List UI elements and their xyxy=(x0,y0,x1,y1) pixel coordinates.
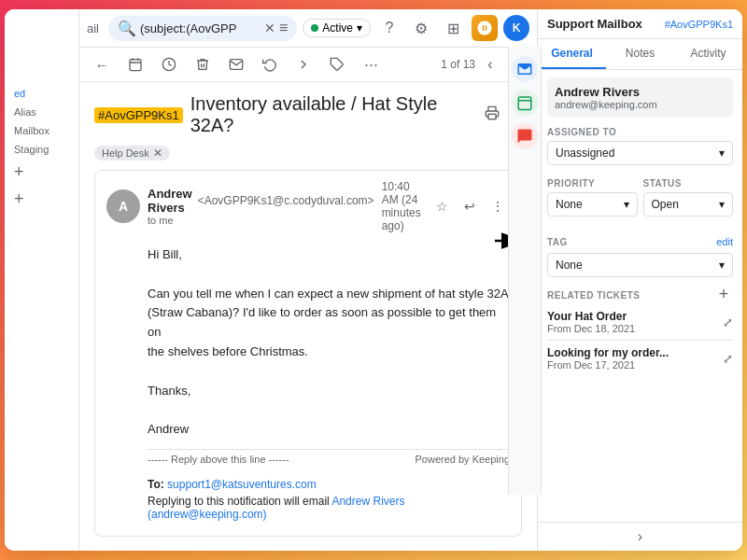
trash-icon[interactable] xyxy=(190,51,216,77)
related-item-1[interactable]: Looking for my order... From Dec 17, 202… xyxy=(547,341,733,376)
priority-section: PRIORITY None ▾ xyxy=(547,173,638,224)
tag-edit-link[interactable]: edit xyxy=(716,236,733,247)
star-button[interactable]: ☆ xyxy=(430,194,454,218)
add-nav-item-2[interactable]: + xyxy=(14,186,78,213)
refresh-icon[interactable] xyxy=(257,51,283,77)
active-label: Active xyxy=(322,21,353,35)
gmail-panel: ail 🔍 (subject:(AovGPP ✕ ≡ Active ▾ ? ⚙ … xyxy=(79,9,537,551)
keeping-logo xyxy=(472,15,498,41)
tag-dropdown[interactable]: None ▾ xyxy=(547,253,733,277)
calendar-panel-icon[interactable] xyxy=(512,90,538,116)
back-button[interactable]: ← xyxy=(89,51,115,77)
message-container: A Andrew Rivers <AovGPP9Ks1@c.codyduval.… xyxy=(94,170,522,537)
add-related-button[interactable]: + xyxy=(714,286,733,304)
contact-name: Andrew Rivers xyxy=(555,85,726,99)
priority-label: PRIORITY xyxy=(547,178,638,189)
ticket-id-link[interactable]: #AovGPP9Ks1 xyxy=(665,19,733,30)
tag-row: TAG edit xyxy=(547,231,733,251)
nav-item-alias[interactable]: Alias xyxy=(14,103,78,121)
app-name: ail xyxy=(87,21,99,35)
help-icon[interactable]: ? xyxy=(376,15,402,41)
settings-icon[interactable]: ⚙ xyxy=(408,15,434,41)
powered-by-text: Powered by Keeping xyxy=(415,454,510,465)
assigned-to-dropdown[interactable]: Unassigned ▾ xyxy=(547,141,733,165)
search-query: (subject:(AovGPP xyxy=(140,21,261,35)
sidebar-tabs: General Notes Activity xyxy=(538,39,742,70)
tab-general[interactable]: General xyxy=(538,39,606,69)
label-icon[interactable] xyxy=(324,51,350,77)
assigned-to-value: Unassigned xyxy=(556,147,614,160)
related-title-0: Your Hat Order xyxy=(547,310,635,323)
svg-rect-0 xyxy=(130,60,141,71)
search-filter-icon[interactable]: ≡ xyxy=(279,20,288,36)
help-desk-label: Help Desk ✕ xyxy=(94,146,170,161)
clock-icon[interactable] xyxy=(156,51,182,77)
reply-to-email-link[interactable]: support1@katsuventures.com xyxy=(167,478,317,491)
tag-label: TAG xyxy=(547,237,568,247)
left-nav: ed Alias Mailbox Staging + + xyxy=(5,9,79,551)
sender-avatar: A xyxy=(106,189,140,223)
move-icon[interactable] xyxy=(290,51,317,77)
priority-chevron-icon: ▾ xyxy=(624,198,629,211)
to-me-dropdown[interactable]: to me xyxy=(148,215,374,226)
priority-dropdown[interactable]: None ▾ xyxy=(547,192,638,217)
print-icon[interactable] xyxy=(485,105,500,124)
calendar-icon[interactable] xyxy=(122,51,148,77)
related-item-0[interactable]: Your Hat Order From Dec 18, 2021 ⤢ xyxy=(547,304,733,341)
search-icon: 🔍 xyxy=(118,20,136,37)
related-date-0: From Dec 18, 2021 xyxy=(547,323,635,334)
keeping-panel-icon[interactable] xyxy=(512,56,538,82)
contact-email: andrew@keeping.com xyxy=(555,99,726,110)
email-icon[interactable] xyxy=(223,51,249,77)
reply-to-label: To: xyxy=(148,478,164,491)
search-clear-button[interactable]: ✕ xyxy=(264,21,275,35)
tab-activity[interactable]: Activity xyxy=(674,39,742,69)
priority-value: None xyxy=(556,198,583,211)
keeping-sidebar: Support Mailbox #AovGPP9Ks1 General Note… xyxy=(537,9,742,551)
sender-email: <AovGPP9Ks1@c.codyduval.com> xyxy=(198,194,374,207)
status-dropdown[interactable]: Open ▾ xyxy=(643,192,734,217)
priority-status-row: PRIORITY None ▾ STATUS Open ▾ xyxy=(547,173,733,224)
message-body: Hi Bill, Can you tell me when I can expe… xyxy=(95,242,521,536)
add-nav-item-1[interactable]: + xyxy=(14,159,78,186)
related-external-icon-0[interactable]: ⤢ xyxy=(723,315,733,329)
svg-rect-6 xyxy=(488,114,496,119)
reply-divider-text: ------ Reply above this line ------ xyxy=(148,454,289,465)
active-badge[interactable]: Active ▾ xyxy=(303,19,371,37)
apps-icon[interactable]: ⊞ xyxy=(440,15,466,41)
sidebar-title: Support Mailbox xyxy=(547,17,642,31)
related-tickets-section: RELATED TICKETS + Your Hat Order From De… xyxy=(547,285,733,376)
sidebar-collapse-button[interactable]: › xyxy=(638,528,642,545)
more-options-button[interactable]: ⋮ xyxy=(486,194,510,218)
tab-notes[interactable]: Notes xyxy=(606,39,674,69)
message-text: Hi Bill, Can you tell me when I can expe… xyxy=(148,245,510,440)
tag-chevron-icon: ▾ xyxy=(719,259,725,272)
nav-item-staging[interactable]: Staging xyxy=(14,140,78,159)
message-header: A Andrew Rivers <AovGPP9Ks1@c.codyduval.… xyxy=(95,171,521,242)
status-section: STATUS Open ▾ xyxy=(643,173,734,224)
status-value: Open xyxy=(652,198,679,211)
message-time: 10:40 AM (24 minutes ago) xyxy=(382,180,422,232)
label-remove-button[interactable]: ✕ xyxy=(153,147,162,160)
nav-item-ed[interactable]: ed xyxy=(14,84,78,103)
reply-divider: ------ Reply above this line ------ Powe… xyxy=(148,449,510,469)
chat-panel-icon[interactable] xyxy=(512,123,538,149)
sidebar-body: Andrew Rivers andrew@keeping.com ASSIGNE… xyxy=(538,70,742,522)
prev-button[interactable]: ‹ xyxy=(479,53,501,76)
reply-quick-button[interactable]: ↩ xyxy=(458,194,482,218)
sidebar-footer: › xyxy=(538,522,742,551)
nav-item-mailbox[interactable]: Mailbox xyxy=(14,121,78,140)
search-bar[interactable]: 🔍 (subject:(AovGPP ✕ ≡ xyxy=(108,16,297,41)
email-subject: #AovGPP9Ks1 Inventory available / Hat St… xyxy=(94,93,522,136)
related-external-icon-1[interactable]: ⤢ xyxy=(723,352,733,366)
related-title-1: Looking for my order... xyxy=(547,346,669,359)
status-label: STATUS xyxy=(643,178,734,189)
message-actions: ☆ ↩ ⋮ xyxy=(430,194,510,218)
sender-info: Andrew Rivers <AovGPP9Ks1@c.codyduval.co… xyxy=(148,187,374,226)
user-avatar[interactable]: K xyxy=(503,15,529,41)
related-date-1: From Dec 17, 2021 xyxy=(547,359,669,371)
more-icon[interactable]: ⋯ xyxy=(358,51,384,77)
email-toolbar: ← ⋯ 1 of 13 xyxy=(79,48,537,82)
reply-note-row: Replying to this notification will email… xyxy=(148,495,510,521)
keeping-sidebar-header: Support Mailbox #AovGPP9Ks1 xyxy=(538,9,742,39)
